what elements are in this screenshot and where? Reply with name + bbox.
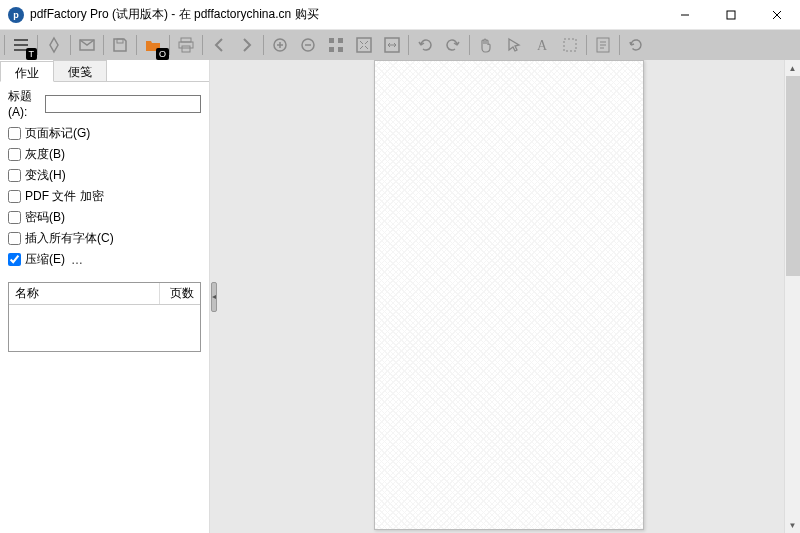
splitter[interactable]: ◂ <box>210 60 218 533</box>
compress-checkbox[interactable] <box>8 253 21 266</box>
grayscale-checkbox[interactable] <box>8 148 21 161</box>
splitter-handle-icon: ◂ <box>211 282 217 312</box>
toolbar: T O A <box>0 30 800 60</box>
forward-button[interactable] <box>233 32 261 58</box>
vertical-scrollbar[interactable]: ▲ ▼ <box>784 60 800 533</box>
embed-fonts-label: 插入所有字体(C) <box>25 230 114 247</box>
titlebar: p pdfFactory Pro (试用版本) - 在 pdffactorych… <box>0 0 800 30</box>
menu-badge: T <box>26 48 38 60</box>
col-pages[interactable]: 页数 <box>160 283 200 304</box>
open-button[interactable]: O <box>139 32 167 58</box>
select-tool-button[interactable] <box>556 32 584 58</box>
svg-rect-15 <box>357 38 371 52</box>
lighten-label: 变浅(H) <box>25 167 66 184</box>
embed-fonts-checkbox[interactable] <box>8 232 21 245</box>
scroll-up-icon[interactable]: ▲ <box>785 60 800 76</box>
svg-rect-14 <box>338 47 343 52</box>
title-label: 标题(A): <box>8 88 41 119</box>
zoom-out-button[interactable] <box>294 32 322 58</box>
tab-notes[interactable]: 便笺 <box>53 60 107 81</box>
print-button[interactable] <box>172 32 200 58</box>
back-button[interactable] <box>205 32 233 58</box>
sidebar-tabs: 作业 便笺 <box>0 60 209 82</box>
hand-tool-button[interactable] <box>472 32 500 58</box>
sidebar: 作业 便笺 标题(A): 页面标记(G) 灰度(B) 变浅(H) PDF 文件 … <box>0 60 210 533</box>
acrobat-button[interactable] <box>40 32 68 58</box>
undo-button[interactable] <box>411 32 439 58</box>
tab-jobs[interactable]: 作业 <box>0 61 54 82</box>
title-input[interactable] <box>45 95 201 113</box>
text-tool-button[interactable]: A <box>528 32 556 58</box>
scroll-down-icon[interactable]: ▼ <box>785 517 800 533</box>
jobs-table: 名称 页数 <box>8 282 201 352</box>
fit-width-button[interactable] <box>378 32 406 58</box>
svg-rect-1 <box>727 11 735 19</box>
open-badge: O <box>156 48 169 60</box>
window-title: pdfFactory Pro (试用版本) - 在 pdffactorychin… <box>30 6 662 23</box>
svg-rect-12 <box>338 38 343 43</box>
thumbnails-button[interactable] <box>322 32 350 58</box>
grayscale-label: 灰度(B) <box>25 146 65 163</box>
col-name[interactable]: 名称 <box>9 283 160 304</box>
window-controls <box>662 0 800 29</box>
pointer-tool-button[interactable] <box>500 32 528 58</box>
compress-label: 压缩(E) <box>25 251 65 268</box>
maximize-button[interactable] <box>708 0 754 29</box>
lighten-checkbox[interactable] <box>8 169 21 182</box>
mail-button[interactable] <box>73 32 101 58</box>
svg-text:A: A <box>537 38 548 53</box>
notes-button[interactable] <box>589 32 617 58</box>
encrypt-checkbox[interactable] <box>8 190 21 203</box>
jobs-panel: 标题(A): 页面标记(G) 灰度(B) 变浅(H) PDF 文件 加密 密码(… <box>0 82 209 276</box>
preview-area[interactable]: ▲ ▼ <box>218 60 800 533</box>
main-area: 作业 便笺 标题(A): 页面标记(G) 灰度(B) 变浅(H) PDF 文件 … <box>0 60 800 533</box>
close-button[interactable] <box>754 0 800 29</box>
refresh-button[interactable] <box>622 32 650 58</box>
password-checkbox[interactable] <box>8 211 21 224</box>
svg-rect-18 <box>564 39 576 51</box>
svg-rect-11 <box>329 38 334 43</box>
app-icon: p <box>8 7 24 23</box>
page-marks-checkbox[interactable] <box>8 127 21 140</box>
page-preview <box>374 60 644 530</box>
zoom-in-button[interactable] <box>266 32 294 58</box>
svg-rect-7 <box>179 42 193 48</box>
minimize-button[interactable] <box>662 0 708 29</box>
svg-rect-6 <box>181 38 191 42</box>
password-label: 密码(B) <box>25 209 65 226</box>
compress-options-button[interactable]: … <box>71 253 85 267</box>
save-button[interactable] <box>106 32 134 58</box>
redo-button[interactable] <box>439 32 467 58</box>
svg-rect-13 <box>329 47 334 52</box>
page-marks-label: 页面标记(G) <box>25 125 90 142</box>
menu-button[interactable]: T <box>7 32 35 58</box>
encrypt-label: PDF 文件 加密 <box>25 188 104 205</box>
scroll-thumb[interactable] <box>786 76 800 276</box>
fit-page-button[interactable] <box>350 32 378 58</box>
svg-rect-8 <box>182 46 190 52</box>
